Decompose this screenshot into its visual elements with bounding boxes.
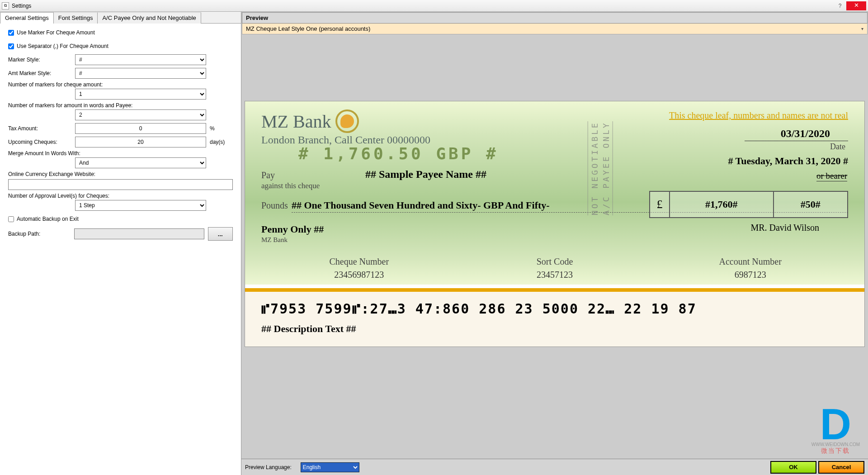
upcoming-input[interactable] (75, 137, 206, 147)
preview-header: Preview (242, 12, 868, 24)
titlebar: ⧉ Settings ? ✕ (0, 0, 868, 12)
approval-label: Number of Approval Level(s) for Cheques: (8, 193, 233, 199)
marker-style-select[interactable]: # (75, 54, 206, 65)
micr-line: ⑈7953 7599⑈:27⑉3 47:860 286 23 5000 22⑉ … (261, 301, 848, 317)
negotiable-stamp: NOT NEGOTIABLEA/C PAYEE ONLY (588, 121, 613, 215)
marker-style-label: Marker Style: (8, 57, 75, 63)
tab-strip: General Settings Font Settings A/C Payee… (0, 12, 241, 24)
upcoming-label: Upcoming Cheques: (8, 139, 75, 145)
account-number-value: 6987123 (652, 270, 848, 280)
cheque-notice: This cheque leaf, numbers and names are … (669, 110, 848, 121)
amt-marker-style-select[interactable]: # (75, 68, 206, 79)
cheque-style-dropdown[interactable]: MZ Cheque Leaf Style One (personal accou… (242, 24, 868, 34)
exchange-label: Online Currency Exchange Website: (8, 171, 233, 177)
pay-label: Pay (261, 170, 848, 180)
cancel-button[interactable]: Cancel (818, 461, 864, 474)
amt-marker-style-label: Amt Marker Style: (8, 70, 75, 76)
app-icon: ⧉ (2, 2, 9, 10)
preview-lang-select[interactable]: English (301, 462, 359, 472)
date-long: # Tuesday, March 31, 2020 # (728, 155, 848, 167)
tax-input[interactable] (75, 123, 206, 134)
help-button[interactable]: ? (835, 3, 845, 9)
tab-ac-payee[interactable]: A/C Payee Only and Not Negotiable (97, 12, 201, 24)
tax-suffix: % (210, 125, 215, 132)
auto-backup-checkbox[interactable] (8, 216, 14, 222)
or-bearer: or bearer (816, 171, 847, 181)
account-number-header: Account Number (652, 256, 848, 267)
date-label: Date (728, 142, 848, 152)
preview-lang-label: Preview Language: (245, 464, 292, 470)
backup-path-label: Backup Path: (8, 231, 74, 237)
use-separator-checkbox[interactable] (8, 43, 14, 49)
tax-label: Tax Amount: (8, 125, 75, 132)
sort-code-value: 23457123 (457, 270, 653, 280)
currency-symbol: £ (650, 192, 670, 217)
cheque-style-value: MZ Cheque Leaf Style One (personal accou… (246, 25, 370, 32)
cheque-number-header: Cheque Number (261, 256, 457, 267)
close-button[interactable]: ✕ (846, 1, 866, 10)
tab-font[interactable]: Font Settings (53, 12, 98, 24)
payee-name: ## Sample Payee Name ## (365, 168, 486, 180)
sort-code-header: Sort Code (457, 256, 653, 267)
use-marker-checkbox[interactable] (8, 30, 14, 36)
preview-pane: Preview MZ Cheque Leaf Style One (person… (241, 12, 868, 475)
tab-general[interactable]: General Settings (0, 12, 54, 24)
cheque-number-value: 23456987123 (261, 270, 457, 280)
merge-label: Merge Amount In Words With: (8, 150, 233, 157)
num-markers-words-label: Number of markers for amount in words an… (8, 102, 233, 109)
small-bank-name: MZ Bank (261, 236, 848, 244)
approval-select[interactable]: 1 Step (75, 200, 206, 211)
pounds-label: Pounds (261, 200, 288, 211)
against-label: against this cheque (261, 181, 848, 190)
use-separator-label: Use Separator (,) For Cheque Amount (17, 43, 108, 49)
num-markers-amount-select[interactable]: 1 (75, 89, 206, 100)
exchange-input[interactable] (8, 179, 233, 190)
backup-path-input (74, 228, 204, 239)
settings-pane: General Settings Font Settings A/C Payee… (0, 12, 241, 475)
description-text: ## Description Text ## (261, 323, 848, 335)
bank-name: MZ Bank (261, 111, 331, 132)
num-markers-words-select[interactable]: 2 (75, 109, 206, 120)
bank-logo-icon (335, 109, 359, 133)
merge-select[interactable]: And (75, 157, 206, 168)
chevron-down-icon: ▾ (861, 26, 863, 31)
date-short: 03/31/2020 (745, 128, 848, 141)
num-markers-amount-label: Number of markers for cheque amount: (8, 81, 233, 88)
preview-footer: Preview Language: English OK Cancel (241, 459, 868, 475)
browse-button[interactable]: ... (208, 227, 233, 241)
use-marker-label: Use Marker For Cheque Amount (17, 29, 95, 36)
signatory-name: MR. David Wilson (750, 223, 819, 233)
amount-box: £ #1,760# #50# (649, 191, 848, 218)
amount-minor: #50# (774, 192, 848, 217)
window-title: Settings (12, 3, 835, 9)
amount-major: #1,760# (670, 192, 774, 217)
auto-backup-label: Automatic Backup on Exit (17, 216, 79, 222)
upcoming-suffix: day(s) (210, 139, 225, 145)
cheque-leaf: This cheque leaf, numbers and names are … (245, 101, 864, 347)
ok-button[interactable]: OK (770, 461, 816, 474)
